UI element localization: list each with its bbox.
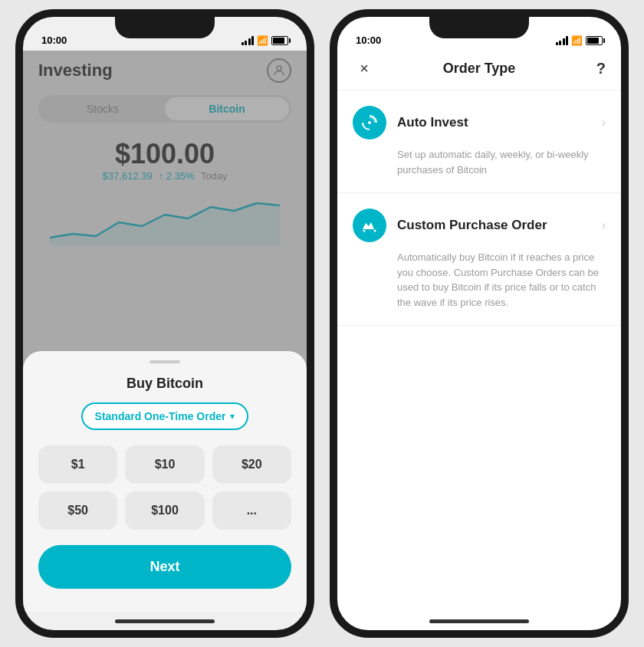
help-button[interactable]: ?	[583, 60, 606, 77]
amount-20[interactable]: $20	[212, 445, 291, 484]
custom-order-row: Custom Purchase Order ›	[353, 209, 606, 242]
right-phone: 10:00 📶 × Order Type ?	[330, 9, 629, 638]
phone-notch-right	[429, 17, 529, 38]
auto-invest-icon	[353, 106, 386, 140]
bottom-sheet-overlay: Buy Bitcoin Standard One-Time Order ▾ $1…	[23, 51, 307, 612]
amount-50[interactable]: $50	[38, 491, 117, 530]
svg-point-3	[363, 230, 366, 232]
phone-content-left: Investing Stocks Bitcoin $100.00 $37,612…	[23, 51, 307, 612]
auto-invest-label: Auto Invest	[397, 115, 602, 130]
wifi-icon-right: 📶	[571, 35, 583, 46]
order-type-selector[interactable]: Standard One-Time Order ▾	[81, 402, 249, 430]
order-type-header: × Order Type ?	[337, 51, 621, 90]
auto-invest-desc: Set up automatic daily, weekly, or bi-we…	[353, 147, 606, 177]
time-left: 10:00	[41, 34, 67, 46]
battery-icon	[271, 36, 288, 45]
empty-space	[337, 326, 621, 612]
amount-100[interactable]: $100	[125, 491, 204, 530]
amount-10[interactable]: $10	[125, 445, 204, 484]
page-title: Order Type	[443, 61, 516, 77]
custom-order-option[interactable]: Custom Purchase Order › Automatically bu…	[337, 193, 621, 326]
custom-order-chevron-icon: ›	[602, 218, 606, 232]
left-phone: 10:00 📶 Investing	[15, 9, 314, 638]
phone-notch	[115, 17, 215, 38]
battery-icon-right	[586, 36, 603, 45]
sheet-handle	[150, 360, 180, 363]
signal-icon	[242, 36, 255, 45]
auto-invest-row: Auto Invest ›	[353, 106, 606, 140]
bottom-sheet: Buy Bitcoin Standard One-Time Order ▾ $1…	[23, 351, 307, 612]
wifi-icon: 📶	[257, 35, 268, 46]
dropdown-chevron-icon: ▾	[230, 411, 235, 422]
amount-more[interactable]: ...	[212, 491, 291, 530]
order-type-label: Standard One-Time Order	[95, 410, 226, 422]
next-button[interactable]: Next	[38, 545, 291, 589]
signal-icon-right	[556, 36, 569, 45]
auto-invest-option[interactable]: Auto Invest › Set up automatic daily, we…	[337, 90, 621, 193]
custom-order-label: Custom Purchase Order	[397, 218, 602, 233]
custom-order-desc: Automatically buy Bitcoin if it reaches …	[353, 250, 606, 310]
status-icons-right: 📶	[556, 35, 603, 46]
auto-invest-chevron-icon: ›	[602, 116, 606, 130]
custom-order-icon	[353, 209, 386, 242]
close-button[interactable]: ×	[353, 60, 376, 77]
svg-point-4	[374, 230, 376, 232]
amount-grid: $1 $10 $20 $50 $100 ...	[38, 445, 291, 530]
sheet-title: Buy Bitcoin	[38, 376, 291, 392]
home-indicator-left	[23, 612, 307, 630]
home-indicator-right	[337, 612, 621, 630]
status-icons-left: 📶	[242, 35, 289, 46]
svg-point-2	[368, 121, 371, 124]
amount-1[interactable]: $1	[38, 445, 117, 484]
time-right: 10:00	[356, 34, 381, 46]
